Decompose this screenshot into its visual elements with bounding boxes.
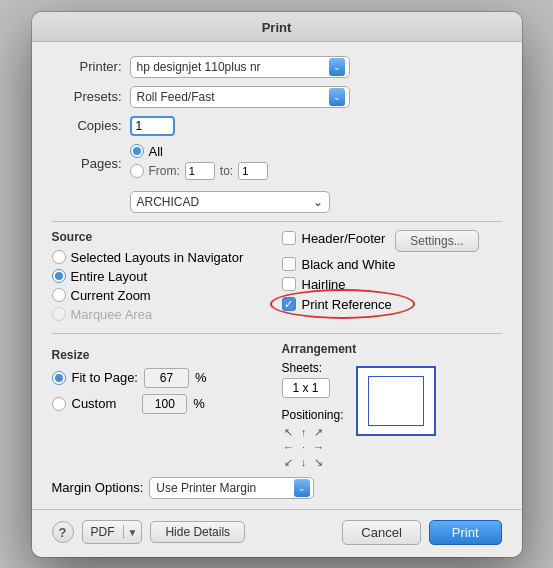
pdf-button[interactable]: PDF ▼ — [82, 520, 143, 544]
source-radio-1[interactable] — [52, 269, 66, 283]
resize-label: Resize — [52, 348, 272, 362]
arrangement-label: Arrangement — [282, 342, 502, 356]
pos-bc[interactable]: ↓ — [297, 455, 311, 469]
print-reference-checkbox[interactable]: ✓ — [282, 297, 296, 311]
printer-row: Printer: hp designjet 110plus nr ⌄ — [52, 56, 502, 78]
black-white-label: Black and White — [302, 257, 396, 272]
printer-value: hp designjet 110plus nr — [137, 60, 343, 74]
source-label-0: Selected Layouts in Navigator — [71, 250, 244, 265]
dialog-title: Print — [32, 12, 522, 42]
help-button[interactable]: ? — [52, 521, 74, 543]
source-label-3: Marquee Area — [71, 307, 153, 322]
archicad-select[interactable]: ARCHICAD ⌄ — [130, 191, 330, 213]
copies-input[interactable] — [130, 116, 175, 136]
pages-from-input[interactable] — [185, 162, 215, 180]
source-radio-3[interactable] — [52, 307, 66, 321]
black-white-row: Black and White — [282, 257, 502, 272]
header-footer-checkbox-row: Header/Footer — [282, 231, 386, 246]
margin-arrow-icon[interactable]: ⌄ — [294, 479, 310, 497]
fit-percent: % — [195, 370, 207, 385]
right-options-section: Header/Footer Settings... Black and Whit… — [282, 230, 502, 325]
presets-value: Roll Feed/Fast — [137, 90, 343, 104]
main-options: Source Selected Layouts in Navigator Ent… — [52, 230, 502, 325]
hairline-label: Hairline — [302, 277, 346, 292]
pos-ml[interactable]: ← — [282, 440, 296, 454]
printer-label: Printer: — [52, 59, 122, 74]
print-dialog: Print Printer: hp designjet 110plus nr ⌄… — [32, 12, 522, 557]
sheets-value: 1 x 1 — [282, 378, 330, 398]
pages-label: Pages: — [52, 156, 122, 171]
custom-radio[interactable] — [52, 397, 66, 411]
fit-to-page-radio[interactable] — [52, 371, 66, 385]
preview-inner — [368, 376, 424, 426]
source-option-1: Entire Layout — [52, 269, 272, 284]
pos-mc[interactable]: · — [297, 440, 311, 454]
archicad-value: ARCHICAD — [137, 195, 313, 209]
positioning-grid: ↖ ↑ ↗ ← · → ↙ ↓ ↘ — [282, 425, 344, 469]
header-footer-label: Header/Footer — [302, 231, 386, 246]
sheets-positioning: Sheets: 1 x 1 Positioning: ↖ ↑ ↗ ← · → ↙… — [282, 361, 344, 469]
presets-select[interactable]: Roll Feed/Fast ⌄ — [130, 86, 350, 108]
header-footer-checkbox[interactable] — [282, 231, 296, 245]
fit-value-input[interactable] — [144, 368, 189, 388]
presets-row: Presets: Roll Feed/Fast ⌄ — [52, 86, 502, 108]
page-preview — [356, 366, 436, 436]
pages-from-row: From: to: — [130, 162, 269, 180]
resize-section: Resize Fit to Page: % Custom % — [52, 348, 272, 469]
resize-arrangement: Resize Fit to Page: % Custom % Arrangeme… — [52, 342, 502, 469]
margin-select[interactable]: Use Printer Margin ⌄ — [149, 477, 314, 499]
hairline-row: Hairline — [282, 277, 502, 292]
header-footer-row: Header/Footer Settings... — [282, 230, 502, 252]
cancel-button[interactable]: Cancel — [342, 520, 420, 545]
pages-group: All From: to: — [130, 144, 269, 183]
printer-arrow-icon[interactable]: ⌄ — [329, 58, 345, 76]
pos-br[interactable]: ↘ — [312, 455, 326, 469]
pages-all-row: All — [130, 144, 269, 159]
pos-tc[interactable]: ↑ — [297, 425, 311, 439]
source-option-0: Selected Layouts in Navigator — [52, 250, 272, 265]
source-label-2: Current Zoom — [71, 288, 151, 303]
margin-label: Margin Options: — [52, 480, 144, 495]
print-reference-row: ✓ Print Reference — [282, 297, 502, 312]
custom-percent: % — [193, 396, 205, 411]
margin-value: Use Printer Margin — [156, 481, 307, 495]
pos-bl[interactable]: ↙ — [282, 455, 296, 469]
pages-all-label: All — [149, 144, 163, 159]
pos-tl[interactable]: ↖ — [282, 425, 296, 439]
pages-from-label: From: — [149, 164, 180, 178]
pos-mr[interactable]: → — [312, 440, 326, 454]
pages-row: Pages: All From: to: — [52, 144, 502, 183]
arrangement-section: Arrangement Sheets: 1 x 1 Positioning: ↖… — [282, 342, 502, 469]
hairline-checkbox[interactable] — [282, 277, 296, 291]
settings-button[interactable]: Settings... — [395, 230, 478, 252]
fit-label: Fit to Page: — [72, 370, 138, 385]
source-radio-2[interactable] — [52, 288, 66, 302]
printer-select[interactable]: hp designjet 110plus nr ⌄ — [130, 56, 350, 78]
arrangement-content: Sheets: 1 x 1 Positioning: ↖ ↑ ↗ ← · → ↙… — [282, 361, 502, 469]
pdf-arrow-icon[interactable]: ▼ — [124, 527, 142, 538]
source-radio-0[interactable] — [52, 250, 66, 264]
custom-label: Custom — [72, 396, 117, 411]
print-button[interactable]: Print — [429, 520, 502, 545]
hide-details-button[interactable]: Hide Details — [150, 521, 245, 543]
print-reference-label: Print Reference — [302, 297, 392, 312]
archicad-arrow-icon[interactable]: ⌄ — [313, 195, 323, 209]
source-label: Source — [52, 230, 272, 244]
source-label-1: Entire Layout — [71, 269, 148, 284]
presets-arrow-icon[interactable]: ⌄ — [329, 88, 345, 106]
pages-to-input[interactable] — [238, 162, 268, 180]
positioning-label: Positioning: — [282, 408, 344, 422]
sheets-label: Sheets: — [282, 361, 344, 375]
custom-value-input[interactable] — [142, 394, 187, 414]
bottom-bar: ? PDF ▼ Hide Details Cancel Print — [32, 509, 522, 557]
black-white-checkbox[interactable] — [282, 257, 296, 271]
copies-label: Copies: — [52, 118, 122, 133]
source-option-3: Marquee Area — [52, 307, 272, 322]
pdf-label: PDF — [83, 525, 124, 539]
pos-tr[interactable]: ↗ — [312, 425, 326, 439]
source-section: Source Selected Layouts in Navigator Ent… — [52, 230, 272, 325]
source-option-2: Current Zoom — [52, 288, 272, 303]
pages-from-radio[interactable] — [130, 164, 144, 178]
pages-all-radio[interactable] — [130, 144, 144, 158]
margin-options-row: Margin Options: Use Printer Margin ⌄ — [52, 477, 502, 499]
